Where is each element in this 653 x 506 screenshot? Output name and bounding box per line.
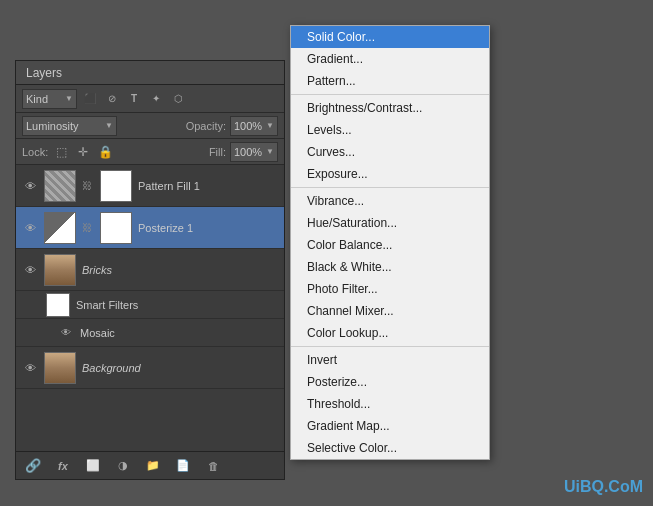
menu-item-6[interactable]: Exposure... xyxy=(291,163,489,185)
visibility-icon-mosaic[interactable]: 👁 xyxy=(58,325,74,341)
menu-item-5[interactable]: Curves... xyxy=(291,141,489,163)
posterize-thumb-graphic xyxy=(45,213,75,243)
filter-pixel-icon[interactable]: ⬛ xyxy=(81,90,99,108)
lock-all-icon[interactable]: 🔒 xyxy=(96,143,114,161)
layer-name-posterize: Posterize 1 xyxy=(138,222,193,234)
bricks-thumb-graphic xyxy=(45,255,75,285)
layers-tab[interactable]: Layers xyxy=(16,61,284,85)
opacity-input[interactable]: 100% ▼ xyxy=(230,116,278,136)
filter-text-icon[interactable]: T xyxy=(125,90,143,108)
adjustment-dropdown-menu: Solid Color...Gradient...Pattern...Brigh… xyxy=(290,25,490,460)
menu-separator-13 xyxy=(291,346,489,347)
layer-name-mosaic: Mosaic xyxy=(80,327,115,339)
menu-item-4[interactable]: Levels... xyxy=(291,119,489,141)
menu-item-13[interactable]: Color Lookup... xyxy=(291,322,489,344)
blend-mode-arrow: ▼ xyxy=(105,121,113,130)
menu-item-15[interactable]: Posterize... xyxy=(291,371,489,393)
menu-separator-2 xyxy=(291,94,489,95)
layer-item-posterize[interactable]: 👁 ⛓ Posterize 1 xyxy=(16,207,284,249)
fill-label: Fill: xyxy=(209,146,226,158)
lock-pixels-icon[interactable]: ⬚ xyxy=(52,143,70,161)
folder-icon[interactable]: 📁 xyxy=(144,457,162,475)
menu-item-10[interactable]: Black & White... xyxy=(291,256,489,278)
layers-list: 👁 ⛓ Pattern Fill 1 👁 ⛓ Posterize 1 👁 Bri xyxy=(16,165,284,389)
menu-item-7[interactable]: Vibrance... xyxy=(291,190,489,212)
layer-thumb-bricks xyxy=(44,254,76,286)
kind-dropdown-arrow: ▼ xyxy=(65,94,73,103)
layer-mask-posterize xyxy=(100,212,132,244)
blend-mode-label: Luminosity xyxy=(26,120,79,132)
kind-dropdown[interactable]: Kind ▼ xyxy=(22,89,77,109)
filter-smart-icon[interactable]: ⬡ xyxy=(169,90,187,108)
visibility-icon-background[interactable]: 👁 xyxy=(22,360,38,376)
layer-name-pattern: Pattern Fill 1 xyxy=(138,180,200,192)
layers-panel: Layers Kind ▼ ⬛ ⊘ T ✦ ⬡ Luminosity ▼ Opa… xyxy=(15,60,285,480)
visibility-icon-bricks[interactable]: 👁 xyxy=(22,262,38,278)
watermark-text: UiBQ.CoM xyxy=(564,478,643,495)
menu-item-8[interactable]: Hue/Saturation... xyxy=(291,212,489,234)
layers-toolbar: Kind ▼ ⬛ ⊘ T ✦ ⬡ xyxy=(16,85,284,113)
watermark: UiBQ.CoM xyxy=(564,478,643,496)
menu-item-2[interactable]: Pattern... xyxy=(291,70,489,92)
lock-fill-row: Lock: ⬚ ✛ 🔒 Fill: 100% ▼ xyxy=(16,139,284,165)
mode-opacity-row: Luminosity ▼ Opacity: 100% ▼ xyxy=(16,113,284,139)
mask-icon[interactable]: ⬜ xyxy=(84,457,102,475)
layers-bottom-bar: 🔗 fx ⬜ ◑ 📁 📄 🗑 xyxy=(16,451,284,479)
opacity-label: Opacity: xyxy=(186,120,226,132)
filter-adjust-icon[interactable]: ⊘ xyxy=(103,90,121,108)
lock-position-icon[interactable]: ✛ xyxy=(74,143,92,161)
layer-thumb-smart-filter xyxy=(46,293,70,317)
delete-layer-icon[interactable]: 🗑 xyxy=(204,457,222,475)
filter-shape-icon[interactable]: ✦ xyxy=(147,90,165,108)
kind-label: Kind xyxy=(26,93,48,105)
layer-item-background[interactable]: 👁 Background xyxy=(16,347,284,389)
menu-item-11[interactable]: Photo Filter... xyxy=(291,278,489,300)
layer-thumb-background xyxy=(44,352,76,384)
visibility-icon-posterize[interactable]: 👁 xyxy=(22,220,38,236)
fill-input[interactable]: 100% ▼ xyxy=(230,142,278,162)
layer-item-smart-filters[interactable]: Smart Filters xyxy=(16,291,284,319)
fill-value: 100% xyxy=(234,146,262,158)
fill-arrow: ▼ xyxy=(266,147,274,156)
adjustment-icon[interactable]: ◑ xyxy=(114,457,132,475)
smart-filter-graphic xyxy=(47,294,69,316)
layers-tab-label: Layers xyxy=(26,66,62,80)
layer-item-pattern-fill[interactable]: 👁 ⛓ Pattern Fill 1 xyxy=(16,165,284,207)
new-layer-icon[interactable]: 📄 xyxy=(174,457,192,475)
layer-thumb-pattern xyxy=(44,170,76,202)
layer-mask-pattern xyxy=(100,170,132,202)
opacity-arrow: ▼ xyxy=(266,121,274,130)
menu-item-18[interactable]: Selective Color... xyxy=(291,437,489,459)
layer-item-mosaic[interactable]: 👁 Mosaic xyxy=(16,319,284,347)
menu-item-16[interactable]: Threshold... xyxy=(291,393,489,415)
pattern-thumb-graphic xyxy=(45,171,75,201)
link-icon[interactable]: 🔗 xyxy=(24,457,42,475)
menu-item-14[interactable]: Invert xyxy=(291,349,489,371)
fx-icon[interactable]: fx xyxy=(54,457,72,475)
menu-item-12[interactable]: Channel Mixer... xyxy=(291,300,489,322)
fill-section: Fill: 100% ▼ xyxy=(209,142,278,162)
menu-separator-6 xyxy=(291,187,489,188)
chain-icon-pattern: ⛓ xyxy=(82,180,92,191)
layer-name-background: Background xyxy=(82,362,141,374)
lock-label: Lock: xyxy=(22,146,48,158)
opacity-value: 100% xyxy=(234,120,262,132)
menu-item-0[interactable]: Solid Color... xyxy=(291,26,489,48)
layer-item-bricks[interactable]: 👁 Bricks xyxy=(16,249,284,291)
chain-icon-posterize: ⛓ xyxy=(82,222,92,233)
menu-item-17[interactable]: Gradient Map... xyxy=(291,415,489,437)
opacity-row: Opacity: 100% ▼ xyxy=(186,116,278,136)
background-thumb-graphic xyxy=(45,353,75,383)
blend-mode-dropdown[interactable]: Luminosity ▼ xyxy=(22,116,117,136)
layer-thumb-posterize xyxy=(44,212,76,244)
visibility-icon-pattern[interactable]: 👁 xyxy=(22,178,38,194)
menu-item-9[interactable]: Color Balance... xyxy=(291,234,489,256)
menu-item-1[interactable]: Gradient... xyxy=(291,48,489,70)
layer-name-smart-filter: Smart Filters xyxy=(76,299,138,311)
layer-name-bricks: Bricks xyxy=(82,264,112,276)
menu-item-3[interactable]: Brightness/Contrast... xyxy=(291,97,489,119)
